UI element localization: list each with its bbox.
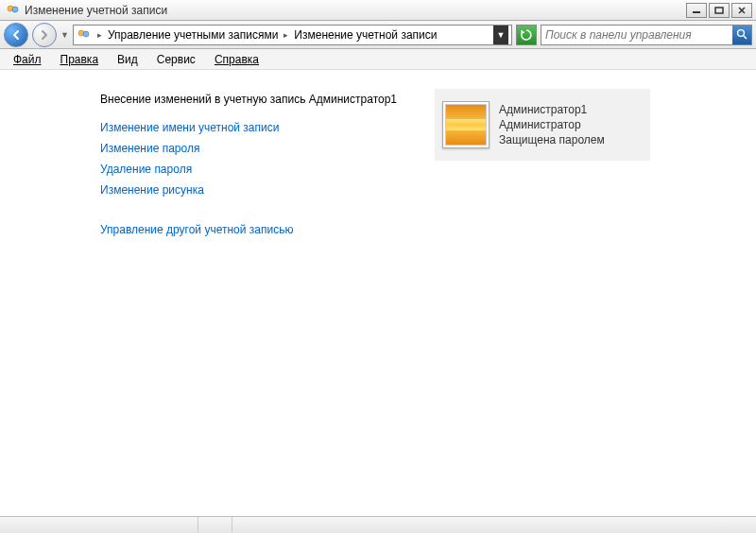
menu-help[interactable]: Справка xyxy=(205,51,268,68)
close-button[interactable] xyxy=(731,3,752,18)
window-controls xyxy=(686,3,752,18)
menu-tools[interactable]: Сервис xyxy=(147,51,205,68)
account-card: Администратор1 Администратор Защищена па… xyxy=(435,89,650,161)
users-icon xyxy=(77,27,92,43)
search-input[interactable] xyxy=(541,28,732,42)
svg-line-7 xyxy=(744,36,747,39)
account-role: Администратор xyxy=(499,117,605,132)
status-cell xyxy=(0,517,198,533)
app-icon xyxy=(6,3,21,18)
account-name: Администратор1 xyxy=(499,102,605,117)
avatar-image xyxy=(445,104,487,146)
address-dropdown-icon[interactable]: ▼ xyxy=(493,26,508,44)
search-button[interactable] xyxy=(732,26,751,44)
status-cell xyxy=(232,517,756,533)
statusbar xyxy=(0,516,756,533)
content-area: Внесение изменений в учетную запись Адми… xyxy=(0,70,756,514)
recent-drop-icon[interactable]: ▼ xyxy=(60,30,69,40)
account-avatar xyxy=(442,101,490,148)
minimize-button[interactable] xyxy=(686,3,707,18)
titlebar: Изменение учетной записи xyxy=(0,0,756,21)
page-heading: Внесение изменений в учетную запись Адми… xyxy=(100,93,756,106)
menu-view[interactable]: Вид xyxy=(108,51,147,68)
link-manage-other[interactable]: Управление другой учетной записью xyxy=(100,223,756,236)
link-remove-password[interactable]: Удаление пароля xyxy=(100,163,756,176)
menu-file[interactable]: Файл xyxy=(4,51,51,68)
address-bar[interactable]: ▸ Управление учетными записями ▸ Изменен… xyxy=(73,25,512,45)
account-status: Защищена паролем xyxy=(499,132,605,147)
spacer xyxy=(100,204,756,215)
breadcrumb-level1[interactable]: Управление учетными записями xyxy=(108,28,278,42)
svg-rect-3 xyxy=(715,8,723,13)
search-box xyxy=(541,25,752,45)
navbar: ▼ ▸ Управление учетными записями ▸ Измен… xyxy=(0,21,756,49)
account-info: Администратор1 Администратор Защищена па… xyxy=(499,102,605,148)
maximize-button[interactable] xyxy=(709,3,730,18)
menu-edit[interactable]: Правка xyxy=(51,51,109,68)
chevron-right-icon[interactable]: ▸ xyxy=(284,30,288,40)
nav-back-button[interactable] xyxy=(4,23,28,47)
action-link-list: Изменение имени учетной записи Изменение… xyxy=(100,121,756,236)
window-title: Изменение учетной записи xyxy=(25,4,686,17)
svg-point-1 xyxy=(12,7,18,12)
nav-forward-button[interactable] xyxy=(32,23,57,47)
svg-rect-2 xyxy=(693,11,700,13)
link-change-picture[interactable]: Изменение рисунка xyxy=(100,183,756,197)
svg-point-6 xyxy=(737,30,744,37)
status-cell xyxy=(198,517,232,533)
menubar: Файл Правка Вид Сервис Справка xyxy=(0,49,756,70)
svg-point-5 xyxy=(83,31,89,37)
link-change-name[interactable]: Изменение имени учетной записи xyxy=(100,121,756,134)
breadcrumb-level2[interactable]: Изменение учетной записи xyxy=(294,28,437,42)
link-change-password[interactable]: Изменение пароля xyxy=(100,142,756,155)
chevron-right-icon[interactable]: ▸ xyxy=(97,30,102,40)
refresh-button[interactable] xyxy=(516,25,537,45)
